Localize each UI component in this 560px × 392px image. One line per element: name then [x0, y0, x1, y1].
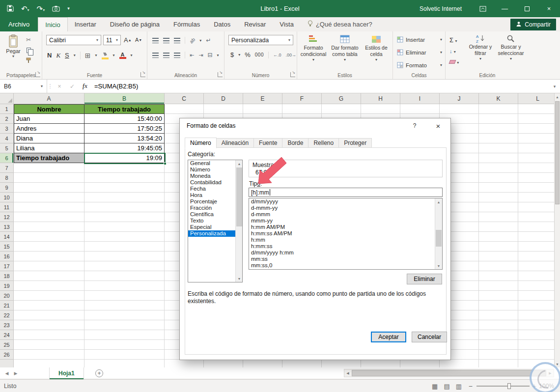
row-header-1[interactable]: 1: [0, 104, 13, 114]
increase-indent-icon[interactable]: ⇥: [198, 52, 203, 58]
category-fecha[interactable]: Fecha: [188, 186, 242, 192]
normal-view-icon[interactable]: ▦: [432, 383, 438, 390]
cell-styles-button[interactable]: Estilos de celda▾: [361, 34, 392, 68]
decrease-decimal-icon[interactable]: .00→: [286, 53, 297, 57]
category-general[interactable]: General: [188, 160, 242, 167]
category-list[interactable]: GeneralNúmeroMonedaContabilidadFechaHora…: [188, 160, 243, 282]
column-header-a[interactable]: A: [14, 93, 84, 104]
font-size-combo[interactable]: 11▾: [103, 35, 121, 45]
column-header-l[interactable]: L: [518, 93, 554, 104]
row-header-4[interactable]: 4: [0, 134, 13, 143]
scroll-left-icon[interactable]: ◀: [344, 371, 351, 375]
tab-datos[interactable]: Datos: [207, 17, 237, 31]
orientation-icon[interactable]: ab: [189, 36, 196, 44]
clear-button[interactable]: ▾: [449, 58, 459, 65]
underline-button[interactable]: S: [65, 52, 69, 59]
insert-cells-button[interactable]: Insertar▾: [397, 36, 442, 43]
account-name[interactable]: Solvetic Internet: [420, 5, 462, 12]
category-texto[interactable]: Texto: [188, 218, 242, 224]
dialog-tab-relleno[interactable]: Relleno: [308, 138, 339, 148]
cell-a6[interactable]: Tiempo trabajado: [14, 153, 84, 163]
fill-color-icon[interactable]: [102, 51, 109, 59]
dialog-close-button[interactable]: ×: [430, 118, 447, 133]
type-option-d-mmm-yy[interactable]: d-mmm-yy: [249, 205, 442, 211]
dialog-tab-fuente[interactable]: Fuente: [253, 138, 282, 148]
zoom-slider-thumb[interactable]: [507, 383, 511, 389]
format-as-table-button[interactable]: Dar formato como tabla▾: [330, 34, 360, 68]
column-header-f[interactable]: F: [282, 93, 322, 104]
insert-function-icon[interactable]: fx: [79, 80, 91, 93]
type-option-h-mm-ss[interactable]: h:mm:ss: [249, 243, 442, 250]
cell-b5[interactable]: 19:45:05: [84, 143, 165, 153]
cell-a3[interactable]: Andres: [14, 124, 84, 134]
cancel-formula-icon[interactable]: ×: [53, 80, 66, 93]
font-dialog-launcher-icon[interactable]: [140, 72, 145, 77]
tab-archivo[interactable]: Archivo: [0, 17, 38, 31]
cell-b1[interactable]: Tiempo trabajado: [84, 104, 165, 114]
cell-a2[interactable]: Juan: [14, 114, 84, 124]
page-layout-view-icon[interactable]: ▤: [444, 383, 449, 390]
enter-formula-icon[interactable]: ✓: [66, 80, 79, 93]
horizontal-scroll-thumb[interactable]: [352, 370, 546, 376]
row-header-26[interactable]: 26: [0, 350, 13, 360]
wrap-text-icon[interactable]: ↵: [206, 37, 211, 44]
clipboard-dialog-launcher-icon[interactable]: [35, 72, 40, 77]
column-header-e[interactable]: E: [243, 93, 282, 104]
type-option-d-mm-yyyy[interactable]: d/mm/yyyy: [249, 198, 442, 205]
vertical-scroll-thumb[interactable]: [555, 101, 560, 204]
category-hora[interactable]: Hora: [188, 192, 242, 198]
increase-font-icon[interactable]: A▲: [124, 36, 132, 44]
delete-format-button[interactable]: Eliminar: [407, 274, 442, 284]
row-header-16[interactable]: 16: [0, 252, 13, 261]
sheet-nav-right-icon[interactable]: ▶: [12, 367, 20, 379]
type-scroll-up-icon[interactable]: ▲: [435, 198, 442, 205]
row-header-24[interactable]: 24: [0, 330, 13, 340]
row-header-18[interactable]: 18: [0, 271, 13, 281]
category-scroll-down-icon[interactable]: ▼: [236, 275, 243, 282]
align-right-icon[interactable]: [174, 53, 180, 58]
type-option-mmm-yy[interactable]: mmm-yy: [249, 218, 442, 224]
category-list-scrollbar[interactable]: ▲ ▼: [235, 160, 242, 282]
conditional-formatting-button[interactable]: Formato condicional▾: [298, 34, 329, 68]
type-option-h-mm[interactable]: h:mm: [249, 237, 442, 243]
cell-b4[interactable]: 13:54:20: [84, 134, 165, 143]
cell-a5[interactable]: Liliana: [14, 143, 84, 153]
row-header-2[interactable]: 2: [0, 114, 13, 124]
maximize-button[interactable]: [516, 0, 538, 17]
column-header-i[interactable]: I: [400, 93, 440, 104]
zoom-out-icon[interactable]: −: [469, 380, 473, 392]
currency-format-icon[interactable]: $: [230, 51, 234, 58]
cell-b3[interactable]: 17:50:25: [84, 124, 165, 134]
type-option-h-mm-ss-am-pm[interactable]: h:mm:ss AM/PM: [249, 230, 442, 237]
share-button[interactable]: Compartir: [510, 19, 556, 30]
tab-insertar[interactable]: Insertar: [68, 17, 103, 31]
row-header-9[interactable]: 9: [0, 183, 13, 193]
font-color-icon[interactable]: A: [119, 52, 126, 59]
align-center-icon[interactable]: [163, 53, 169, 58]
autosum-button[interactable]: Σ ▾: [449, 36, 459, 44]
format-painter-icon[interactable]: [26, 57, 31, 63]
type-option-h-mm-am-pm[interactable]: h:mm AM/PM: [249, 224, 442, 230]
cut-icon[interactable]: ✂: [26, 36, 31, 43]
font-name-combo[interactable]: Calibri▾: [46, 35, 101, 45]
type-option-mm-ss-0[interactable]: mm:ss,0: [249, 262, 442, 269]
category-cient-fica[interactable]: Científica: [188, 211, 242, 218]
minimize-button[interactable]: —: [494, 0, 516, 17]
category-moneda[interactable]: Moneda: [188, 173, 242, 179]
row-header-13[interactable]: 13: [0, 222, 13, 232]
cell-b2[interactable]: 15:40:00: [84, 114, 165, 124]
italic-button[interactable]: K: [56, 52, 60, 59]
row-header-14[interactable]: 14: [0, 232, 13, 242]
dialog-tab-alineaci-n[interactable]: Alineación: [216, 138, 254, 148]
fill-button[interactable]: ↓ ▾: [449, 48, 459, 55]
sheet-nav-left-icon[interactable]: ◀: [3, 367, 11, 379]
horizontal-scrollbar[interactable]: ◀ ▶: [344, 369, 554, 377]
cancel-button[interactable]: Cancelar: [412, 332, 447, 342]
align-bottom-icon[interactable]: [174, 38, 180, 43]
category-n-mero[interactable]: Número: [188, 167, 242, 173]
scroll-up-icon[interactable]: ▲: [555, 93, 560, 100]
merge-center-icon[interactable]: ⊟: [207, 52, 212, 58]
number-format-combo[interactable]: Personalizada▾: [228, 35, 293, 45]
decrease-indent-icon[interactable]: ⇤: [190, 52, 194, 58]
category-fracci-n[interactable]: Fracción: [188, 205, 242, 211]
